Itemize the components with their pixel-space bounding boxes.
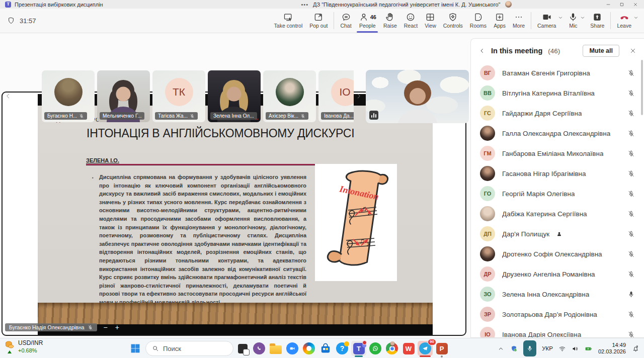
filmstrip-scroll-right-icon[interactable]: [355, 92, 363, 100]
powerpoint-glyph: P: [436, 343, 448, 354]
maximize-icon[interactable]: [615, 0, 628, 9]
mic-off-icon[interactable]: [627, 311, 635, 318]
taskbar-widget[interactable]: USD/INR +0.68%: [4, 339, 43, 353]
more-button[interactable]: More: [509, 10, 528, 31]
mic-in-use-indicator[interactable]: [521, 340, 539, 356]
close-panel-icon[interactable]: [629, 47, 636, 54]
wifi-icon[interactable]: [556, 345, 569, 352]
mic-off-icon[interactable]: [627, 250, 635, 258]
participant-row[interactable]: ГМГанбарова Еміліана Миколаївна: [471, 143, 644, 163]
participant-row[interactable]: ЗОЗелена Інна Олександрівна: [471, 284, 644, 304]
take-control-button[interactable]: Take control: [271, 10, 306, 31]
viber-taskbar-button[interactable]: [252, 341, 267, 356]
mute-all-button[interactable]: Mute all: [583, 45, 619, 57]
controls-button[interactable]: Controls: [440, 10, 466, 31]
zoom-in-button[interactable]: +: [114, 324, 120, 331]
whatsapp-taskbar-button[interactable]: [368, 341, 383, 356]
copilot-taskbar-button[interactable]: [301, 341, 316, 356]
mic-off-icon[interactable]: [627, 69, 635, 77]
mic-off-icon[interactable]: [627, 150, 635, 157]
zoom-out-button[interactable]: −: [103, 324, 109, 331]
mic-button[interactable]: Mic: [565, 10, 582, 31]
video-tile[interactable]: Зелена Інна Ол...▪▪: [208, 70, 261, 122]
mic-off-icon[interactable]: [627, 190, 635, 198]
mic-on-icon[interactable]: [627, 291, 635, 298]
wps-office-taskbar-button[interactable]: W: [401, 341, 416, 356]
participant-row[interactable]: ГОГеоргій Марія Олегівна: [471, 184, 644, 204]
trend-up-icon: [8, 350, 12, 353]
file-explorer-taskbar-button[interactable]: [268, 341, 283, 356]
defender-shield-icon[interactable]: [508, 345, 520, 352]
panel-scrollbar[interactable]: [641, 60, 643, 115]
taskbar-clock[interactable]: 14:49 02.03.2026: [595, 342, 629, 355]
mic-off-icon[interactable]: [627, 170, 635, 177]
coins-icon: [4, 340, 15, 350]
participant-row[interactable]: ВВВітлугіна Катерина Віталіївна: [471, 83, 644, 103]
participant-row[interactable]: Галла Олександра Олександрівна: [471, 123, 644, 143]
leave-button[interactable]: Leave: [613, 10, 635, 31]
question-app-taskbar-button[interactable]: ?: [335, 341, 350, 356]
shared-screen[interactable]: ДЛЯ 3-ГО КУРСУ ІНТОНАЦІЯ В АНГЛІЙСЬКОМОВ…: [2, 92, 466, 336]
language-indicator[interactable]: УКР: [539, 345, 555, 351]
view-button[interactable]: View: [421, 10, 440, 31]
close-window-icon[interactable]: [628, 0, 642, 9]
battery-icon[interactable]: [582, 345, 595, 352]
task-view-taskbar-button[interactable]: [235, 341, 250, 356]
video-tile[interactable]: ТКТагієва Жа...: [152, 70, 205, 122]
mic-off-icon[interactable]: [627, 271, 635, 278]
taskbar-search[interactable]: Поиск: [145, 341, 233, 356]
apps-button[interactable]: Apps: [490, 10, 509, 31]
mic-off-icon[interactable]: [627, 110, 635, 117]
powerpoint-taskbar-button[interactable]: P: [434, 341, 449, 356]
back-icon[interactable]: [478, 47, 486, 54]
video-tile[interactable]: ІОІванова Да...: [318, 70, 354, 122]
mic-off-icon[interactable]: [627, 331, 635, 338]
notification-bell-icon[interactable]: [629, 345, 642, 352]
controls-item: Controls: [440, 10, 466, 31]
participant-name: Георгій Марія Олегівна: [502, 190, 575, 198]
participant-row[interactable]: ЗРЗолотарьова Дар'я Родіонівна: [471, 304, 644, 324]
pop-out-iconrow: [313, 12, 324, 22]
participant-name: Золотарьова Дар'я Родіонівна: [502, 311, 597, 318]
minimize-icon[interactable]: [601, 0, 615, 9]
pop-out-button[interactable]: Pop out: [306, 10, 331, 31]
tray-expand-icon[interactable]: [495, 345, 507, 352]
more-iconrow: [514, 12, 524, 22]
teams-app-taskbar-button[interactable]: T: [351, 341, 366, 356]
filmstrip-scroll-left-icon[interactable]: [4, 92, 12, 100]
start-button[interactable]: [127, 341, 144, 356]
video-tile[interactable]: Ахієзер Вік...: [263, 70, 316, 122]
participant-row[interactable]: ІОІванова Дарія Олексіївна: [471, 324, 644, 338]
active-speaker-video[interactable]: [366, 70, 469, 123]
mic-off-icon[interactable]: [627, 230, 635, 238]
video-tile[interactable]: Мельниченко Г...: [97, 70, 150, 122]
chat-button[interactable]: Chat: [337, 10, 355, 31]
active-tab-underline: [357, 31, 378, 33]
participant-row[interactable]: ДПДар'я Полищук: [471, 224, 644, 244]
mic-off-icon[interactable]: [627, 89, 635, 97]
video-tile[interactable]: Бугаєнко Н...: [42, 70, 95, 122]
telegram-taskbar-button[interactable]: 90: [418, 341, 433, 356]
raise-button[interactable]: Raise: [380, 10, 400, 31]
zoom-app-taskbar-button[interactable]: [285, 341, 300, 356]
participant-row[interactable]: Дабіжа Катерина Сергіївна: [471, 204, 644, 224]
currency-pair: USD/INR: [18, 339, 43, 346]
participant-row[interactable]: ГСГайдаржи Даря Сергіївна: [471, 103, 644, 123]
titlebar-overflow-icon[interactable]: •••: [301, 2, 309, 8]
participant-row[interactable]: ВГВатаман Євгенія Григорівна: [471, 63, 644, 83]
chrome-taskbar-button[interactable]: [384, 341, 399, 356]
rooms-button[interactable]: Rooms: [466, 10, 490, 31]
share-button[interactable]: Share: [587, 10, 608, 31]
participant-row[interactable]: Дротенко Софія Олександрівна: [471, 244, 644, 264]
ms-store-taskbar-button[interactable]: [318, 341, 333, 356]
mic-off-icon[interactable]: [627, 210, 635, 218]
speaker-icon[interactable]: [569, 345, 582, 352]
participant-row[interactable]: Гасанова Нігар Ібрагімівна: [471, 163, 644, 184]
participant-photo-avatar: [480, 246, 495, 261]
account-avatar[interactable]: [505, 1, 512, 8]
mic-off-icon[interactable]: [627, 130, 635, 137]
camera-button[interactable]: Camera: [534, 10, 559, 31]
react-button[interactable]: React: [400, 10, 421, 31]
people-button[interactable]: 46People: [355, 10, 380, 31]
participant-row[interactable]: ДРДрузенко Ангеліна Романівна: [471, 264, 644, 284]
